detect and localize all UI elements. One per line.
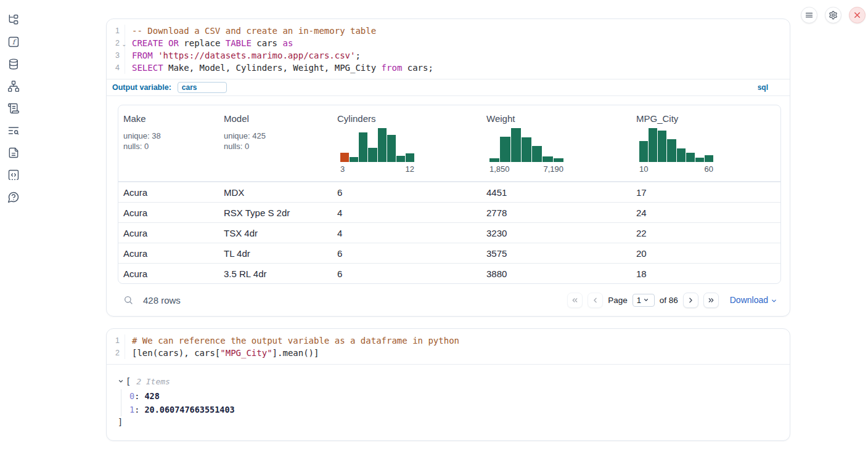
- line-number: 4: [107, 62, 125, 74]
- chevron-down-icon: [643, 297, 649, 303]
- histogram-mpg_city[interactable]: 1060: [639, 128, 713, 174]
- tree-key: 1: [129, 405, 134, 415]
- table-cell: 3880: [481, 263, 631, 283]
- table-row[interactable]: Acura3.5 RL 4dr6388018: [118, 263, 780, 283]
- table-row[interactable]: AcuraRSX Type S 2dr4277824: [118, 202, 780, 222]
- next-page-button[interactable]: [683, 293, 698, 308]
- histogram-bar: [686, 153, 695, 162]
- sidebar-item-dependency-graph[interactable]: [7, 80, 20, 92]
- sidebar-item-logs[interactable]: [7, 124, 20, 137]
- shutdown-button[interactable]: [849, 7, 866, 23]
- column-header-mpg_city[interactable]: MPG_City1060: [631, 105, 780, 182]
- sidebar-item-variables[interactable]: f: [7, 36, 20, 48]
- table-cell: Acura: [118, 243, 219, 263]
- open-bracket: [: [126, 376, 131, 386]
- first-page-button[interactable]: [567, 293, 583, 308]
- tree-colon: :: [134, 405, 144, 415]
- sidebar-item-documentation[interactable]: [7, 147, 20, 159]
- tree-value: 428: [144, 391, 159, 401]
- sql-cell: 1-- Download a CSV and create an in-memo…: [106, 18, 790, 317]
- row-count: 428 rows: [143, 295, 181, 305]
- table-cell: 17: [631, 182, 780, 202]
- menu-button[interactable]: [801, 7, 817, 23]
- sidebar-item-snippets[interactable]: [7, 169, 20, 181]
- table-cell: 4: [332, 202, 481, 222]
- sidebar-item-file-explorer[interactable]: [7, 14, 20, 26]
- download-label: Download: [730, 295, 768, 305]
- settings-button[interactable]: [825, 7, 841, 23]
- histogram-bar: [705, 155, 713, 162]
- sql-line: 2⌄CREATE OR replace TABLE cars as: [107, 37, 790, 49]
- column-stats: unique: 425nulls: 0: [224, 131, 327, 152]
- histogram-bars: [489, 128, 563, 162]
- histogram-weight[interactable]: 1,8507,190: [489, 128, 563, 174]
- output-variable-input[interactable]: [178, 82, 227, 93]
- sidebar-item-scratchpad[interactable]: [7, 102, 20, 115]
- table-cell: TL 4dr: [219, 243, 332, 263]
- sql-line: 1-- Download a CSV and create an in-memo…: [107, 25, 790, 37]
- documentation-icon: [7, 147, 20, 159]
- prev-page-button[interactable]: [588, 293, 603, 308]
- table-cell: 4: [332, 222, 481, 243]
- axis-min-label: 10: [639, 164, 648, 174]
- line-number: 1: [107, 334, 125, 347]
- column-header-weight[interactable]: Weight1,8507,190: [481, 105, 631, 182]
- help-icon: [7, 191, 20, 203]
- column-stats: unique: 38nulls: 0: [123, 131, 214, 152]
- table-cell: 6: [332, 182, 481, 202]
- close-icon: [853, 10, 862, 20]
- histogram-bar: [500, 137, 510, 162]
- table-row[interactable]: AcuraMDX6445117: [118, 182, 780, 202]
- histogram-bar: [667, 139, 676, 162]
- code-text: [len(cars), cars["MPG_City"].mean()]: [125, 347, 319, 359]
- column-name: Weight: [486, 113, 626, 124]
- column-header-model[interactable]: Modelunique: 425nulls: 0: [219, 105, 332, 182]
- histogram-bars: [639, 128, 713, 162]
- code-text: FROM 'https://datasets.marimo.app/cars.c…: [125, 49, 361, 62]
- table-cell: Acura: [118, 182, 219, 202]
- column-header-cylinders[interactable]: Cylinders312: [332, 105, 481, 182]
- table-row[interactable]: AcuraTSX 4dr4323022: [118, 222, 780, 243]
- hamburger-icon: [805, 10, 814, 20]
- variables-icon: f: [7, 36, 20, 48]
- download-button[interactable]: Download: [730, 295, 777, 305]
- column-name: Model: [224, 113, 327, 124]
- python-editor[interactable]: 1# We can reference the output variable …: [107, 329, 790, 364]
- notebook-cells: 1-- Download a CSV and create an in-memo…: [106, 18, 790, 441]
- output-variable-row: Output variable: sql: [107, 79, 790, 95]
- histogram-bar: [649, 128, 657, 162]
- pagination: Page 1 of 86 Download: [567, 293, 777, 308]
- file-explorer-icon: [7, 14, 20, 26]
- sql-editor[interactable]: 1-- Download a CSV and create an in-memo…: [107, 19, 790, 79]
- table-cell: RSX Type S 2dr: [219, 202, 332, 222]
- histogram-bar: [532, 146, 542, 162]
- line-number: 3: [107, 49, 125, 62]
- tree-value: 20.060747663551403: [144, 405, 234, 415]
- code-text: # We can reference the output variable a…: [125, 334, 459, 347]
- chevron-down-icon: [771, 297, 777, 304]
- line-number: 1: [107, 25, 125, 37]
- histogram-bar: [387, 135, 396, 162]
- line-number: 2⌄: [107, 37, 125, 49]
- histogram-bar: [489, 158, 499, 162]
- table-cell: TSX 4dr: [219, 222, 332, 243]
- sidebar-item-help[interactable]: [7, 191, 20, 203]
- table-cell: 18: [631, 263, 780, 283]
- fold-chevron-icon[interactable]: ⌄: [121, 38, 126, 51]
- last-page-button[interactable]: [703, 293, 719, 308]
- histogram-cylinders[interactable]: 312: [340, 128, 414, 174]
- tree-body: 0: 4281: 20.060747663551403: [121, 389, 779, 416]
- page-label: Page: [608, 296, 628, 305]
- sidebar-item-data-sources[interactable]: [7, 58, 20, 70]
- tree-root[interactable]: [ 2 Items: [118, 375, 779, 387]
- histogram-bar: [406, 153, 414, 162]
- column-header-make[interactable]: Makeunique: 38nulls: 0: [118, 105, 219, 182]
- table-cell: 2778: [481, 202, 631, 222]
- axis-min-label: 1,850: [489, 164, 510, 174]
- page-select[interactable]: 1: [633, 294, 655, 307]
- histogram-bar: [658, 131, 666, 162]
- histogram-bar: [350, 157, 358, 162]
- panel-sidebar: f: [0, 0, 27, 203]
- search-icon[interactable]: [123, 295, 133, 305]
- table-row[interactable]: AcuraTL 4dr6357520: [118, 243, 780, 263]
